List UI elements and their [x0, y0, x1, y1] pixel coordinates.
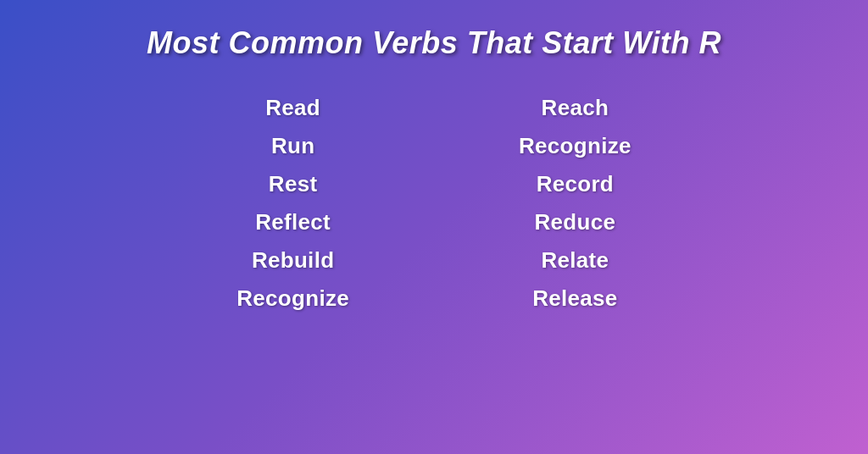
- left-verb-item: Run: [271, 133, 314, 159]
- right-verb-item: Reduce: [535, 209, 616, 235]
- left-verb-column: ReadRunRestReflectRebuildRecognize: [236, 95, 349, 312]
- verb-columns: ReadRunRestReflectRebuildRecognize Reach…: [17, 95, 851, 312]
- left-verb-item: Reflect: [255, 209, 331, 235]
- right-verb-item: Release: [532, 285, 617, 312]
- left-verb-item: Recognize: [236, 285, 349, 312]
- left-verb-item: Read: [265, 95, 320, 121]
- left-verb-item: Rest: [269, 171, 318, 197]
- left-verb-item: Rebuild: [252, 247, 334, 274]
- right-verb-item: Record: [537, 171, 614, 197]
- page-title: Most Common Verbs That Start With R: [147, 25, 721, 61]
- right-verb-item: Relate: [541, 247, 609, 274]
- right-verb-item: Reach: [542, 95, 609, 121]
- right-verb-item: Recognize: [519, 133, 632, 159]
- right-verb-column: ReachRecognizeRecordReduceRelateRelease: [519, 95, 632, 312]
- page-background: Most Common Verbs That Start With R Read…: [0, 0, 868, 454]
